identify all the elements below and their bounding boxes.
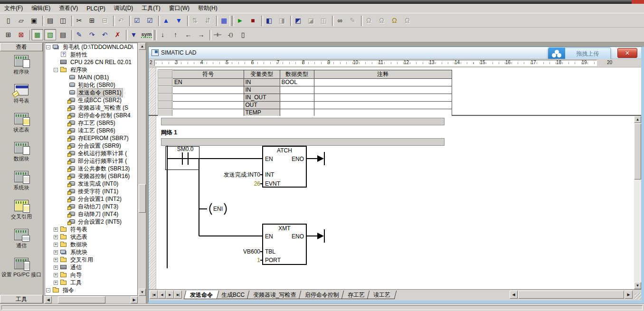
sidebar-item-symbol-table[interactable]: 符号表 bbox=[0, 84, 43, 113]
sidebar-item-status-chart[interactable]: 状态表 bbox=[0, 113, 43, 142]
toggle-symbolic-addressing-button[interactable]: sym bbox=[141, 29, 152, 40]
sort-ascending-button[interactable]: ⇅ bbox=[189, 15, 201, 26]
tree-item[interactable]: - 指令 bbox=[45, 286, 137, 294]
cell-symbol[interactable] bbox=[172, 101, 244, 109]
pou-tab[interactable]: 变频器读_写检查 bbox=[247, 291, 303, 299]
line-right-button[interactable]: → bbox=[195, 29, 207, 40]
compile-all-button[interactable]: ☑ bbox=[144, 15, 156, 26]
pou-tab[interactable]: 读工艺 bbox=[367, 291, 397, 299]
menu-item[interactable]: 调试(D) bbox=[110, 3, 138, 13]
tree-expander-icon[interactable] bbox=[61, 212, 66, 217]
symbol-table-view-button[interactable]: ▼ bbox=[128, 29, 140, 40]
tree-expander-icon[interactable] bbox=[61, 205, 66, 209]
paste-button[interactable]: ⊟ bbox=[99, 15, 111, 26]
scroll-down-icon[interactable]: ▼ bbox=[634, 282, 641, 289]
new-button[interactable]: ▯ bbox=[2, 15, 14, 26]
stop-button[interactable]: ■ bbox=[247, 15, 259, 26]
tree-expander-icon[interactable]: + bbox=[54, 243, 58, 247]
unlock-button[interactable]: Ω bbox=[376, 15, 388, 26]
delete-network-button[interactable]: ⊠ bbox=[15, 29, 27, 40]
cell-data-type[interactable] bbox=[280, 86, 314, 94]
line-up-button[interactable]: ↑ bbox=[170, 29, 181, 40]
menu-item[interactable]: 文件(F) bbox=[0, 3, 27, 13]
cell-symbol[interactable] bbox=[172, 94, 244, 101]
delete-vertical-button[interactable]: ✗ bbox=[112, 29, 123, 40]
tree-item[interactable]: + 状态表 bbox=[45, 233, 137, 241]
tree-item[interactable]: 部分运行频率计算 ( bbox=[45, 157, 137, 165]
row-button[interactable] bbox=[158, 78, 172, 86]
forced-lock-button[interactable]: Ω bbox=[388, 15, 400, 26]
pou-tab[interactable]: 发送命令 bbox=[184, 291, 219, 299]
cell-var-type[interactable]: OUT bbox=[244, 101, 280, 109]
sidebar-item-program-block[interactable]: 程序块 bbox=[0, 55, 43, 84]
tree-vertical-scrollbar[interactable]: ▲ ▼ bbox=[139, 43, 146, 296]
tree-item[interactable]: 分合设置1 (INT2) bbox=[45, 195, 137, 203]
tree-expander-icon[interactable] bbox=[61, 189, 66, 194]
tree-item[interactable]: 存工艺 (SBR5) bbox=[45, 119, 137, 127]
tree-expander-icon[interactable] bbox=[61, 98, 66, 103]
first-tab-icon[interactable]: |◀ bbox=[150, 291, 158, 299]
tree-item[interactable]: + 交叉引用 bbox=[45, 256, 137, 264]
tree-item[interactable]: 接受字符 (INT1) bbox=[45, 188, 137, 195]
cell-comment[interactable] bbox=[314, 109, 452, 116]
tree-expander-icon[interactable] bbox=[61, 144, 66, 148]
tree-item[interactable]: + 通信 bbox=[45, 264, 137, 271]
insert-contact-button[interactable]: ⊣⊢ bbox=[211, 29, 223, 40]
menu-item[interactable]: PLC(P) bbox=[82, 4, 109, 13]
ladder-editor[interactable]: 网络 1 SM0.0 bbox=[149, 116, 641, 289]
tree-item[interactable]: 发送完成 (INT0) bbox=[45, 180, 137, 188]
save-all-button[interactable]: ▣ bbox=[28, 15, 40, 26]
unforce-all-button[interactable]: Ω bbox=[401, 15, 413, 26]
tree-item[interactable]: CPU 226 CN REL 02.01 bbox=[45, 58, 137, 66]
tree-item[interactable]: + 向导 bbox=[45, 271, 137, 279]
tree-expander-icon[interactable]: + bbox=[54, 258, 58, 262]
next-tab-icon[interactable]: ▶ bbox=[166, 291, 174, 299]
insert-coil-button[interactable]: -( ) bbox=[224, 29, 236, 40]
ladder-network-drawing[interactable]: SM0.0 ATCH EN ENO 发送完成:INT0 INT 26 EVN bbox=[157, 146, 617, 268]
tree-expander-icon[interactable]: + bbox=[54, 235, 58, 239]
tree-expander-icon[interactable] bbox=[61, 159, 66, 163]
network-comment-bar[interactable] bbox=[161, 138, 445, 146]
pou-tab[interactable]: 启停命令控制 bbox=[299, 291, 345, 299]
tree-expander-icon[interactable]: + bbox=[54, 273, 58, 277]
single-read-button[interactable]: ◪ bbox=[305, 15, 317, 26]
cell-comment[interactable] bbox=[314, 78, 452, 86]
sidebar-item-data-block[interactable]: 数据块 bbox=[0, 142, 43, 171]
pou-tab[interactable]: 存工艺 bbox=[341, 291, 371, 299]
last-tab-icon[interactable]: ▶| bbox=[174, 291, 182, 299]
cell-comment[interactable] bbox=[314, 86, 452, 94]
row-button[interactable] bbox=[158, 101, 172, 109]
view-header-button[interactable]: 查看 bbox=[0, 43, 43, 51]
cell-symbol[interactable] bbox=[172, 86, 244, 94]
open-button[interactable]: ▱ bbox=[15, 15, 27, 26]
line-left-button[interactable]: ← bbox=[182, 29, 194, 40]
sidebar-item-cross-reference[interactable]: 交叉引用 bbox=[0, 200, 43, 229]
tree-item[interactable]: 送公共参数 (SBR13) bbox=[45, 165, 137, 172]
tree-expander-icon[interactable]: - bbox=[46, 45, 50, 49]
upload-button[interactable]: ▲ bbox=[160, 15, 172, 26]
tree-item[interactable]: 自动抬刀 (INT3) bbox=[45, 203, 137, 210]
insert-row-button[interactable]: ✎ bbox=[73, 29, 85, 40]
scroll-left-icon[interactable]: ◀ bbox=[510, 291, 518, 299]
menu-item[interactable]: 工具(T) bbox=[137, 3, 164, 13]
scroll-right-icon[interactable]: ▶ bbox=[625, 291, 633, 299]
menu-item[interactable]: 帮助(H) bbox=[194, 3, 222, 13]
sidebar-item-set-pgpc-interface[interactable]: 设置 PG/PC 接口 bbox=[0, 258, 43, 287]
cell-data-type[interactable] bbox=[280, 94, 314, 101]
tree-expander-icon[interactable] bbox=[61, 113, 66, 118]
pause-program-status-button[interactable]: ◨ bbox=[276, 15, 288, 26]
tree-item[interactable]: MAIN (OB1) bbox=[45, 74, 137, 81]
tree-item[interactable]: 分合设置 (SBR9) bbox=[45, 142, 137, 150]
lad-window-titlebar[interactable]: SIMATIC LAD 拖拽上传 ✕ bbox=[149, 47, 641, 59]
menu-item[interactable]: 查看(V) bbox=[55, 3, 82, 13]
line-down-button[interactable]: ↓ bbox=[157, 29, 169, 40]
program-status-button[interactable]: ◧ bbox=[263, 15, 275, 26]
ladder-vertical-scrollbar[interactable]: ▲ ▼ bbox=[634, 116, 641, 289]
tree-expander-icon[interactable] bbox=[61, 220, 66, 224]
download-button[interactable]: ▼ bbox=[173, 15, 185, 26]
print-preview-button[interactable]: ◫ bbox=[57, 15, 69, 26]
row-header[interactable] bbox=[158, 70, 172, 78]
tree-item[interactable]: - 程序块 bbox=[45, 66, 137, 74]
write-pointer-button[interactable]: ✎ bbox=[347, 15, 359, 26]
cell-var-type[interactable]: IN_OUT bbox=[244, 94, 280, 101]
